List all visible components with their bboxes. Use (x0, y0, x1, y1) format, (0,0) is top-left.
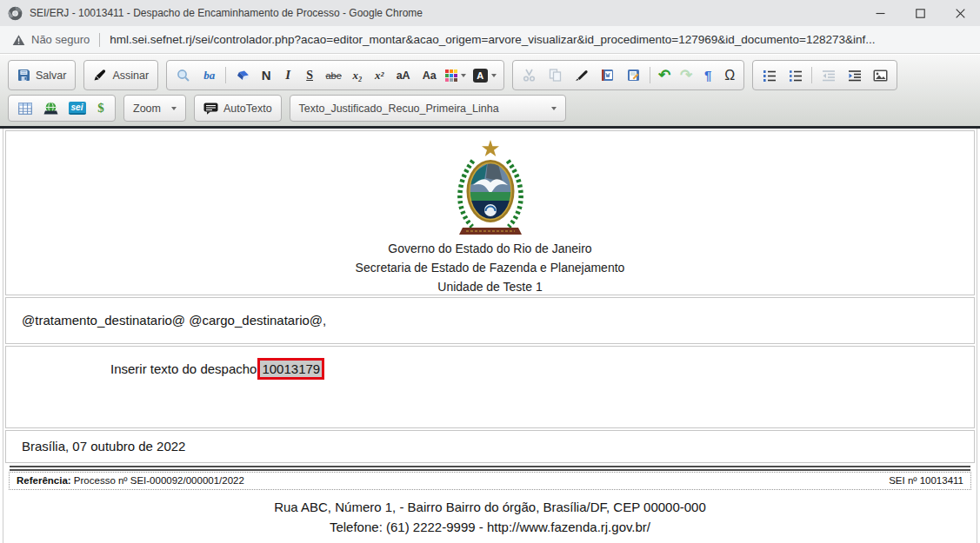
find-icon[interactable] (170, 64, 196, 87)
dispatch-body-text: Inserir texto do despacho (110, 361, 257, 376)
speech-bubble-icon (203, 103, 218, 115)
undo-button[interactable]: ↶ (654, 64, 675, 87)
indent-icon[interactable] (842, 64, 867, 87)
text-color-button[interactable]: A (469, 64, 500, 87)
color-grid-icon (445, 70, 457, 82)
footer-phone-line: Telefone: (61) 2222-9999 - http://www.fa… (3, 517, 977, 537)
window-title: SEI/ERJ - 10013411 - Despacho de Encamin… (30, 7, 423, 19)
document-footer: Rua ABC, Número 1, - Bairro Bairro do ór… (3, 490, 977, 537)
strikethrough-button[interactable]: abe (321, 64, 346, 87)
dropdown-caret (551, 107, 557, 110)
insert-link-globe-icon[interactable] (38, 97, 63, 120)
reference-double-rule (10, 466, 970, 471)
document-header-section[interactable]: Governo do Estado do Rio de Janeiro Secr… (5, 130, 975, 295)
org-unit-line: Unidade de Teste 1 (6, 277, 974, 296)
recipient-placeholder-text: @tratamento_destinatario@ @cargo_destina… (22, 313, 326, 328)
numbered-list-icon[interactable] (757, 64, 782, 87)
paint-format-brush-icon[interactable] (569, 64, 594, 87)
zoom-dropdown[interactable]: Zoom (123, 95, 186, 122)
editor-toolbar: Salvar Assinar ba (0, 55, 980, 126)
currency-format-icon[interactable]: $ (90, 97, 111, 120)
url-separator (99, 33, 100, 47)
dropdown-caret (461, 74, 466, 77)
reference-label: Referência: (17, 475, 71, 486)
address-url[interactable]: hml.sei.sefnet.rj/sei/controlador.php?ac… (110, 33, 875, 46)
reference-bar: Referência: Processo nº SEI-000092/00000… (9, 466, 971, 490)
zoom-label: Zoom (133, 103, 161, 115)
autotexto-button[interactable]: AutoTexto (194, 95, 282, 122)
list-indent-group (752, 60, 897, 90)
sei-number: SEI nº 10013411 (889, 475, 963, 486)
org-government-line: Governo do Estado do Rio de Janeiro (6, 239, 974, 258)
recipient-section[interactable]: @tratamento_destinatario@ @cargo_destina… (5, 297, 975, 344)
show-paragraph-marks-button[interactable]: ¶ (697, 64, 718, 87)
bullet-list-icon[interactable] (783, 64, 808, 87)
dropdown-caret (491, 74, 497, 77)
date-line: Brasília, 07 outubro de 2022 (22, 439, 185, 454)
reference-text: Referência: Processo nº SEI-000092/00000… (17, 475, 244, 486)
not-secure-warning-icon (12, 34, 25, 46)
floppy-disk-icon (17, 69, 30, 82)
insert-table-icon[interactable] (12, 97, 37, 120)
paragraph-style-value: Texto_Justificado_Recuo_Primeira_Linha (299, 103, 499, 115)
text-color-chip: A (473, 69, 488, 83)
footer-address-line: Rua ABC, Número 1, - Bairro Bairro do ór… (3, 497, 977, 517)
copy-icon[interactable] (543, 64, 568, 87)
clipboard-group: ↶ ↷ ¶ Ω (512, 60, 744, 90)
org-secretariat-line: Secretaria de Estado de Fazenda e Planej… (6, 258, 974, 277)
save-button[interactable]: Salvar (8, 60, 76, 90)
pen-icon (93, 69, 107, 82)
uppercase-button[interactable]: aA (390, 64, 416, 87)
maximize-button[interactable] (900, 0, 940, 26)
sign-button[interactable]: Assinar (83, 60, 158, 90)
document-editor-area: Governo do Estado do Rio de Janeiro Secr… (3, 129, 977, 543)
background-color-button[interactable] (443, 64, 468, 87)
date-section[interactable]: Brasília, 07 outubro de 2022 (5, 430, 975, 463)
chrome-icon (8, 6, 23, 21)
save-button-label: Salvar (36, 70, 66, 82)
window-titlebar: SEI/ERJ - 10013411 - Despacho de Encamin… (0, 0, 980, 26)
special-character-button[interactable]: Ω (719, 64, 740, 87)
remove-format-eraser-icon[interactable] (230, 64, 255, 87)
toolbar-divider (650, 67, 650, 83)
replace-icon[interactable]: ba (197, 64, 222, 87)
highlighted-document-number[interactable]: 10013179 (257, 358, 324, 380)
autotexto-label: AutoTexto (223, 103, 272, 115)
url-bar: Não seguro hml.sei.sefnet.rj/sei/control… (0, 26, 980, 54)
superscript-button[interactable]: x² (369, 64, 390, 87)
minimize-button[interactable] (860, 0, 900, 26)
security-status-label[interactable]: Não seguro (31, 33, 90, 46)
insert-image-icon[interactable] (868, 64, 893, 87)
cut-icon[interactable] (517, 64, 542, 87)
lowercase-button[interactable]: Aa (417, 64, 442, 87)
redo-button[interactable]: ↷ (676, 64, 697, 87)
bold-button[interactable]: N (256, 64, 277, 87)
rio-de-janeiro-coat-of-arms (449, 138, 532, 237)
toolbar-divider (225, 67, 226, 83)
sei-link-icon[interactable]: sei (64, 97, 90, 120)
sei-tools-group: sei $ (8, 95, 116, 122)
dropdown-caret (171, 107, 177, 110)
reference-row: Referência: Processo nº SEI-000092/00000… (9, 472, 971, 490)
paste-as-text-icon[interactable] (621, 64, 646, 87)
paragraph-style-dropdown[interactable]: Texto_Justificado_Recuo_Primeira_Linha (290, 95, 566, 122)
paste-from-word-icon[interactable] (595, 64, 620, 87)
underline-button[interactable]: S (299, 64, 320, 87)
italic-button[interactable]: I (277, 64, 298, 87)
format-group: ba N I S abe x₂ (166, 60, 504, 90)
outdent-icon[interactable] (816, 64, 841, 87)
subscript-button[interactable]: x₂ (347, 64, 368, 87)
dispatch-body-section[interactable]: Inserir texto do despacho10013179 (5, 346, 975, 428)
toolbar-divider (811, 67, 812, 83)
close-button[interactable] (940, 0, 980, 26)
sign-button-label: Assinar (112, 70, 149, 82)
reference-value: Processo nº SEI-000092/000001/2022 (71, 475, 244, 486)
